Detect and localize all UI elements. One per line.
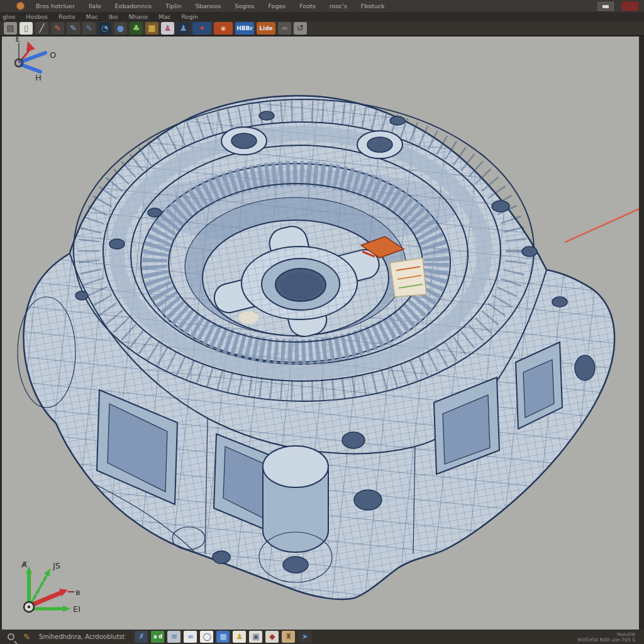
world-axes-triad: Ⱥ JS ʙ EI [21,560,80,614]
green-grid-icon[interactable]: a d [151,631,164,643]
menu2-item-4[interactable]: Ibo [109,13,118,20]
viewport-3d[interactable]: £ O H Ⱥ JS ʙ EI [0,36,644,630]
secondary-menu-bar: gloo Hosbos Rosto Mac Ibo Nhano Mac Rogi… [0,12,644,21]
search-icon[interactable] [8,633,14,640]
gears-icon[interactable]: ∞ [184,631,197,643]
figure-pink-icon[interactable]: ♟ [161,22,174,35]
menu-item-modify[interactable]: Sbanoos [196,3,221,9]
app-logo-icon [16,2,25,10]
menu2-item-3[interactable]: Mac [86,13,97,20]
menu2-item-1[interactable]: Hosbos [26,13,48,20]
triad-top-label-up: £ [15,36,20,43]
document-icon[interactable]: ▯ [19,22,33,35]
view-triad-top: £ O H [15,36,56,82]
triad-bottom-label-y: Ⱥ [21,560,27,569]
target-orange-icon[interactable]: ◉ [214,22,233,35]
pen-blue-icon[interactable]: ✎ [67,22,80,35]
red-app-icon[interactable]: ◆ [265,631,279,643]
save-icon[interactable]: ▤ [4,22,17,35]
menu2-item-0[interactable]: gloo [3,13,15,20]
figure-blue-icon[interactable]: ♟ [177,22,190,35]
viewport-right-border [639,36,644,630]
menu-item-view[interactable]: Eobadonnco [115,3,152,9]
ring-icon[interactable]: ◯ [200,631,213,643]
menu2-item-2[interactable]: Rosto [58,13,75,20]
menu2-item-5[interactable]: Nhano [128,13,148,20]
cad-x-icon[interactable]: ✗ [135,631,148,643]
triad-top-label-down: H [35,73,42,82]
status-readout: Hutulist 9OI5H5K R0D u0n:765 S [577,631,635,643]
taskbar: ✎ Smihedhdnra, Acrdooblutst ✗ a d ≋ ∞ ◯ … [0,630,644,644]
orbit-icon[interactable]: ◔ [98,22,111,35]
menu-item-window[interactable]: Fbotuck [361,3,385,9]
app-window: { "window": { "logo_color": "#c87b3a", "… [0,0,644,644]
model-wireframe [18,96,614,599]
menu2-item-7[interactable]: Rogin [181,13,198,20]
status-line-2: 9OI5H5K R0D u0n:765 S [577,637,635,643]
box-icon[interactable]: ▣ [249,631,262,643]
viewport-3d-scene: £ O H Ⱥ JS ʙ EI [0,36,644,630]
sketch-icon[interactable]: ≋ [167,631,180,643]
scene-icon[interactable]: ♟ [233,631,246,643]
restore-button[interactable] [597,2,614,11]
quick-pen-icon[interactable]: ✎ [23,632,30,641]
rotate-icon[interactable]: ↺ [294,22,307,35]
triad-bottom-label-y2: JS [52,561,60,570]
hbbr-panel-icon[interactable]: HBBr [235,22,254,35]
tan-app-icon[interactable]: ♜ [282,631,295,643]
menu-item-file[interactable]: Bros hotrluer [36,3,75,9]
triad-bottom-label-x: ʙ [75,587,80,597]
pattern-icon[interactable]: ▦ [216,631,230,643]
window-controls [597,1,639,11]
main-toolbar: ▤ ▯ ╱ ✎ ✎ ✎ ◔ ● ♣ ▦ ♟ ♟ ✚ ◉ HBBr Lide ≈ … [0,21,644,36]
lide-panel-icon[interactable]: Lide [257,22,275,35]
ghost-tool-icon[interactable]: ≈ [278,22,291,35]
close-button[interactable] [621,1,639,11]
leaf-icon[interactable]: ♣ [130,22,143,35]
triad-bottom-label-x2: EI [73,604,80,614]
sphere-icon[interactable]: ● [114,22,127,35]
menu-item-surfaces[interactable]: Sogios [235,3,254,9]
status-line-1: Hutulist [577,631,635,637]
pen-red-icon[interactable]: ✎ [51,22,64,35]
menu-item-insert[interactable]: Tiplin [165,3,181,9]
triad-top-label-right: O [50,50,56,60]
menu-item-edit[interactable]: Ilalo [89,3,101,9]
line-tool-icon[interactable]: ╱ [35,22,48,35]
menu-item-analyze[interactable]: rooc's [330,3,347,9]
title-bar: Bros hotrluer Ilalo Eobadonnco Tiplin Sb… [0,0,644,12]
menu-item-tools[interactable]: Foots [299,3,315,9]
mosaic-icon[interactable]: ▦ [145,22,158,35]
bird-app-icon[interactable]: ➤ [298,631,311,643]
viewport-left-border [0,36,2,630]
transform-icon[interactable]: ✚ [192,22,211,35]
active-app-label: Smihedhdnra, Acrdooblutst [39,633,125,640]
pen-steel-icon[interactable]: ✎ [82,22,96,35]
menu-item-mesh[interactable]: Foges [268,3,286,9]
menu2-item-6[interactable]: Mac [158,13,170,20]
red-ray [565,206,644,242]
